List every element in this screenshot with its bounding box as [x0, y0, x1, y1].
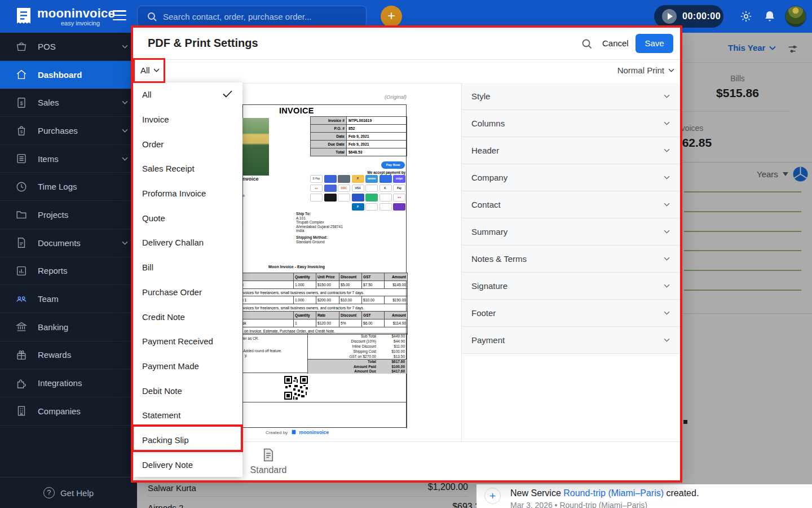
- menu-item-bill[interactable]: Bill: [134, 255, 242, 280]
- menu-item-label: Payment Received: [142, 336, 213, 346]
- sidebar-item-companies[interactable]: Companies: [0, 397, 137, 426]
- sidebar-item-sales[interactable]: $ Sales: [0, 89, 137, 117]
- user-avatar[interactable]: [785, 6, 806, 27]
- pay-now-button: Pay Now: [381, 161, 405, 169]
- document-type-dropdown[interactable]: All: [140, 65, 160, 75]
- accordion-section-contact[interactable]: Contact: [462, 191, 680, 218]
- sidebar-item-documents[interactable]: Documents: [0, 229, 137, 257]
- notifications-bell-icon[interactable]: [763, 10, 776, 23]
- discover-icon: DISC: [338, 185, 350, 192]
- accordion-section-notes-terms[interactable]: Notes & Terms: [462, 246, 680, 273]
- menu-item-credit-note[interactable]: Credit Note: [134, 304, 242, 329]
- menu-item-all[interactable]: All: [134, 82, 242, 107]
- sidebar-item-rewards[interactable]: Rewards: [0, 341, 137, 370]
- sidebar-item-team[interactable]: Team: [0, 285, 137, 313]
- chevron-down-icon: [122, 241, 128, 245]
- total-label: GST on $270.00: [308, 354, 382, 359]
- settings-gear-icon[interactable]: [739, 10, 753, 23]
- template-standard[interactable]: Standard: [243, 448, 294, 475]
- save-button[interactable]: Save: [636, 34, 673, 53]
- accordion-section-payment[interactable]: Payment: [462, 327, 680, 354]
- accordion-section-footer[interactable]: Footer: [462, 300, 680, 327]
- menu-item-payment-made[interactable]: Payment Made: [134, 354, 242, 379]
- accordion-section-signature[interactable]: Signature: [462, 273, 680, 300]
- sidebar-item-label: Dashboard: [38, 70, 82, 80]
- menu-item-quote[interactable]: Quote: [134, 205, 242, 230]
- cancel-button[interactable]: Cancel: [602, 38, 629, 48]
- menu-item-delivery-challan[interactable]: Delivery Challan: [134, 230, 242, 255]
- mastercard-icon: ●●: [310, 185, 323, 192]
- col-item: [243, 273, 294, 281]
- total-label: Shipping Cost: [308, 349, 382, 354]
- paypal-icon: P: [352, 203, 364, 211]
- check-icon: [223, 90, 232, 98]
- sidebar-item-label: Documents: [38, 238, 81, 248]
- accordion-section-summary[interactable]: Summary: [462, 218, 680, 246]
- menu-item-sales-receipt[interactable]: Sales Receipt: [134, 156, 242, 181]
- play-icon[interactable]: [662, 9, 677, 24]
- cell-qty: 1: [294, 319, 316, 327]
- quick-add-button[interactable]: +: [381, 6, 402, 27]
- menu-item-order[interactable]: Order: [134, 132, 242, 156]
- sidebar-item-time-logs[interactable]: Time Logs: [0, 173, 137, 201]
- accordion-section-columns[interactable]: Columns: [462, 110, 680, 137]
- total-label: Total: [308, 360, 382, 365]
- chevron-down-icon: [122, 45, 128, 49]
- chevron-down-icon: [664, 203, 670, 207]
- menu-item-delivery-note[interactable]: Delivery Note: [134, 452, 242, 477]
- col-amount: Amount: [385, 312, 408, 319]
- menu-item-statement[interactable]: Statement: [134, 403, 242, 428]
- total-value: $617.60: [382, 360, 407, 365]
- section-label: Summary: [471, 227, 508, 237]
- sidebar-item-label: Projects: [38, 210, 68, 220]
- sidebar-item-integrations[interactable]: Integrations: [0, 369, 137, 397]
- section-label: Footer: [471, 308, 496, 318]
- get-help-button[interactable]: ? Get Help: [43, 487, 94, 498]
- menu-item-proforma-invoice[interactable]: Proforma Invoice: [134, 181, 242, 206]
- plus-icon: +: [484, 488, 501, 504]
- menu-item-debit-note[interactable]: Debit Note: [134, 378, 242, 403]
- sidebar-item-projects[interactable]: Projects: [0, 201, 137, 229]
- sidebar-item-items[interactable]: Items: [0, 145, 137, 173]
- ship-to-line: A 101: [296, 216, 306, 220]
- sidebar-item-pos[interactable]: POS: [0, 33, 137, 61]
- timer-widget[interactable]: 00:00:00: [654, 5, 723, 28]
- sidebar-item-reports[interactable]: Reports: [0, 257, 137, 286]
- chevron-down-icon: [122, 100, 128, 104]
- menu-item-payment-received[interactable]: Payment Received: [134, 329, 242, 354]
- chevron-down-icon: [664, 311, 670, 315]
- document-type-value: All: [140, 65, 150, 75]
- hamburger-menu-icon[interactable]: [113, 10, 126, 23]
- activity-link[interactable]: Round-trip (Miami–Paris): [563, 488, 664, 498]
- menu-item-packing-slip[interactable]: Packing Slip: [134, 428, 242, 453]
- invoice-preview: INVOICE Moon Invoice mooninvoice.com Ahm…: [242, 104, 407, 428]
- menu-item-label: Sales Receipt: [142, 164, 195, 173]
- menu-item-label: Quote: [142, 213, 165, 223]
- sidebar-item-label: Rewards: [38, 350, 71, 360]
- col-unit-price: Unit Price: [316, 273, 339, 281]
- mooninvoice-logo-icon: [14, 6, 34, 27]
- menu-item-purchase-order[interactable]: Purchase Order: [134, 280, 242, 305]
- sidebar-item-dashboard[interactable]: Dashboard: [0, 61, 137, 89]
- menu-item-label: All: [142, 90, 152, 99]
- empty-band: [242, 402, 407, 428]
- sidebar-item-purchases[interactable]: $ Purchases: [0, 117, 137, 145]
- chevron-down-icon: [664, 94, 670, 98]
- ship-to-line: Ahmedabad Gujarat 258741: [296, 225, 343, 229]
- menu-item-invoice[interactable]: Invoice: [134, 107, 242, 132]
- payment-method-icons: G PayPvenmostripe●●DISCVISAK.Pay●●P: [309, 175, 405, 211]
- total-value: $13.50: [382, 354, 407, 359]
- accordion-section-style[interactable]: Style: [462, 83, 680, 110]
- modal-search-icon[interactable]: [581, 38, 593, 50]
- bar-chart-icon: [15, 265, 28, 277]
- shipping-method-label: Shipping Method:: [296, 235, 328, 239]
- sidebar-item-banking[interactable]: Banking: [0, 313, 137, 341]
- accordion-section-header[interactable]: Header: [462, 137, 680, 164]
- col-amount: Amount: [385, 273, 408, 281]
- print-mode-dropdown[interactable]: Normal Print: [617, 65, 674, 75]
- menu-item-label: Purchase Order: [142, 287, 202, 297]
- global-search-input[interactable]: Search contact, order, purchase order...: [137, 6, 367, 27]
- get-help-label: Get Help: [60, 488, 94, 498]
- accordion-section-company[interactable]: Company: [462, 164, 680, 191]
- sidebar-footer: ? Get Help: [0, 477, 137, 508]
